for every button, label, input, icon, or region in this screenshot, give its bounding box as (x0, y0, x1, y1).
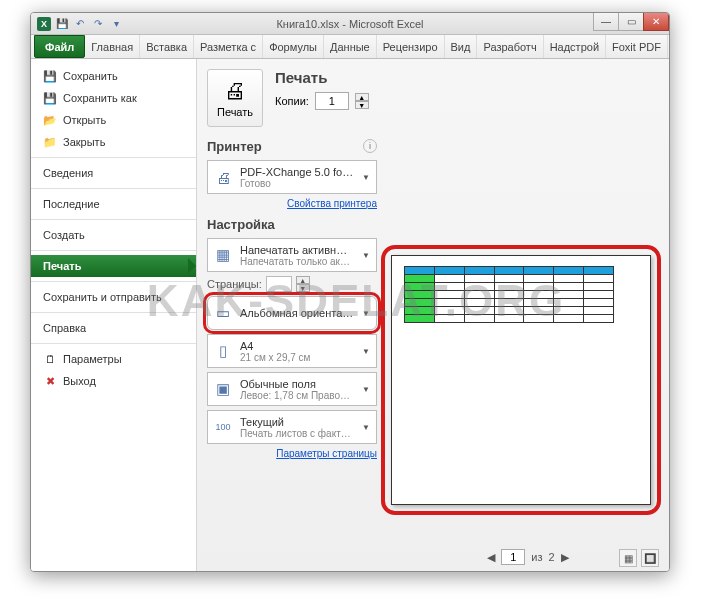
print-button[interactable]: 🖨 Печать (207, 69, 263, 127)
tab-home[interactable]: Главная (85, 35, 140, 58)
pager-next[interactable]: ▶ (561, 551, 569, 564)
sidebar-save[interactable]: 💾Сохранить (31, 65, 196, 87)
minimize-button[interactable]: — (593, 13, 619, 31)
printer-icon: 🖨 (224, 78, 246, 104)
printer-small-icon: 🖨 (212, 166, 234, 188)
quick-access-toolbar: X 💾 ↶ ↷ ▾ (31, 17, 129, 31)
page-icon: ▯ (212, 340, 234, 362)
save-icon[interactable]: 💾 (55, 17, 69, 31)
tab-foxit[interactable]: Foxit PDF (606, 35, 668, 58)
sheets-icon: ▦ (212, 244, 234, 266)
preview-page (391, 255, 651, 505)
sidebar-info[interactable]: Сведения (31, 162, 196, 184)
landscape-icon: ▭ (212, 302, 234, 324)
undo-icon[interactable]: ↶ (73, 17, 87, 31)
show-margins-button[interactable]: ▦ (619, 549, 637, 567)
options-icon: 🗒 (43, 352, 57, 366)
tab-data[interactable]: Данные (324, 35, 377, 58)
tab-abbyy[interactable]: ABBYY PDF (668, 35, 670, 58)
qat-more-icon[interactable]: ▾ (109, 17, 123, 31)
print-preview-pane: ◀ из 2 ▶ ▦ 🔲 (387, 59, 669, 571)
open-icon: 📂 (43, 113, 57, 127)
print-heading: Печать (275, 69, 369, 86)
copies-label: Копии: (275, 95, 309, 107)
pager-prev[interactable]: ◀ (487, 551, 495, 564)
pager-current[interactable] (501, 549, 525, 565)
sidebar-share[interactable]: Сохранить и отправить (31, 286, 196, 308)
exit-icon: ✖ (43, 374, 57, 388)
preview-table (404, 266, 614, 323)
redo-icon[interactable]: ↷ (91, 17, 105, 31)
save-icon: 💾 (43, 69, 57, 83)
pages-from-input[interactable] (266, 276, 292, 292)
tab-formulas[interactable]: Формулы (263, 35, 324, 58)
sidebar-print[interactable]: Печать (31, 255, 196, 277)
printer-properties-link[interactable]: Свойства принтера (207, 198, 377, 209)
zoom-page-button[interactable]: 🔲 (641, 549, 659, 567)
backstage-sidebar: 💾Сохранить 💾Сохранить как 📂Открыть 📁Закр… (31, 59, 197, 571)
sidebar-recent[interactable]: Последние (31, 193, 196, 215)
chevron-down-icon: ▼ (360, 423, 372, 432)
printer-heading: Принтер (207, 139, 377, 154)
sidebar-exit[interactable]: ✖Выход (31, 370, 196, 392)
printer-info-icon[interactable]: i (363, 139, 377, 153)
copies-input[interactable] (315, 92, 349, 110)
tab-file[interactable]: Файл (34, 35, 85, 58)
tab-insert[interactable]: Вставка (140, 35, 194, 58)
app-window: X 💾 ↶ ↷ ▾ Книга10.xlsx - Microsoft Excel… (30, 12, 670, 572)
scaling-selector[interactable]: 100 ТекущийПечать листов с фактическ… ▼ (207, 410, 377, 444)
save-as-icon: 💾 (43, 91, 57, 105)
margins-icon: ▣ (212, 378, 234, 400)
sidebar-help[interactable]: Справка (31, 317, 196, 339)
scale-icon: 100 (212, 416, 234, 438)
sidebar-saveas[interactable]: 💾Сохранить как (31, 87, 196, 109)
tab-view[interactable]: Вид (445, 35, 478, 58)
tab-developer[interactable]: Разработч (477, 35, 543, 58)
page-setup-link[interactable]: Параметры страницы (207, 448, 377, 459)
margins-selector[interactable]: ▣ Обычные поляЛевое: 1,78 см Правое: 1,…… (207, 372, 377, 406)
sidebar-close[interactable]: 📁Закрыть (31, 131, 196, 153)
chevron-down-icon: ▼ (360, 385, 372, 394)
pages-label: Страницы: (207, 278, 262, 290)
chevron-down-icon: ▼ (360, 309, 372, 318)
close-button[interactable]: ✕ (643, 13, 669, 31)
print-what-selector[interactable]: ▦ Напечатать активные листыНапечатать то… (207, 238, 377, 272)
settings-heading: Настройка (207, 217, 377, 232)
titlebar: X 💾 ↶ ↷ ▾ Книга10.xlsx - Microsoft Excel… (31, 13, 669, 35)
print-settings-column: 🖨 Печать Печать Копии: ▲▼ i Принте (197, 59, 387, 571)
close-file-icon: 📁 (43, 135, 57, 149)
maximize-button[interactable]: ▭ (618, 13, 644, 31)
orientation-selector[interactable]: ▭ Альбомная ориентация ▼ (207, 296, 377, 330)
sidebar-new[interactable]: Создать (31, 224, 196, 246)
ribbon-tabs: Файл Главная Вставка Разметка с Формулы … (31, 35, 669, 59)
copies-spinner[interactable]: ▲▼ (355, 93, 369, 109)
tab-review[interactable]: Рецензиро (377, 35, 445, 58)
tab-pagelayout[interactable]: Разметка с (194, 35, 263, 58)
tab-addins[interactable]: Надстрой (544, 35, 606, 58)
excel-icon: X (37, 17, 51, 31)
paper-size-selector[interactable]: ▯ A421 см x 29,7 см ▼ (207, 334, 377, 368)
sidebar-options[interactable]: 🗒Параметры (31, 348, 196, 370)
chevron-down-icon: ▼ (360, 251, 372, 260)
sidebar-open[interactable]: 📂Открыть (31, 109, 196, 131)
chevron-down-icon: ▼ (360, 347, 372, 356)
printer-selector[interactable]: 🖨 PDF-XChange 5.0 for ABBYYГотово ▼ (207, 160, 377, 194)
chevron-down-icon: ▼ (360, 173, 372, 182)
